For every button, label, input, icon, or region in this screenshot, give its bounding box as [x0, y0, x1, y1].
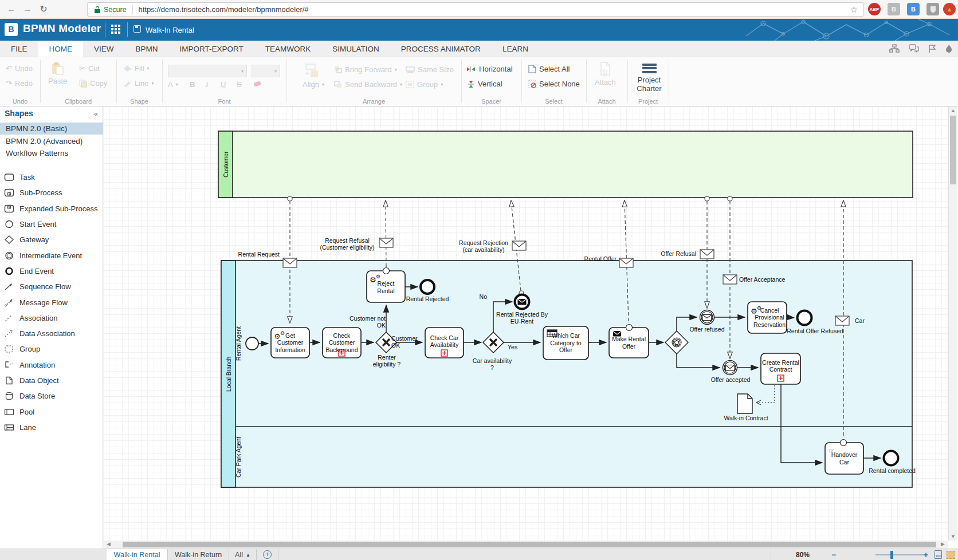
bookmark-star-icon[interactable]: ☆ — [850, 5, 858, 15]
menu-home[interactable]: HOME — [38, 41, 84, 57]
app-grid-icon[interactable] — [111, 25, 121, 34]
shape-item-association[interactable]: Association — [0, 310, 103, 326]
strikethrough-button[interactable]: S — [237, 80, 242, 89]
vertical-scroll-thumb[interactable] — [950, 116, 956, 184]
shape-item-pool[interactable]: Pool — [0, 404, 103, 419]
forward-icon[interactable]: → — [21, 2, 34, 16]
shape-item-expanded-sub-process[interactable]: Expanded Sub-Process — [0, 201, 103, 216]
same-size-button[interactable]: Same Size — [406, 65, 454, 74]
bold-button[interactable]: B — [190, 80, 195, 89]
flag-icon[interactable] — [928, 44, 936, 53]
bring-forward-button[interactable]: Bring Forward▾ — [334, 65, 397, 74]
vertical-spacer-button[interactable]: Vertical — [467, 80, 502, 88]
scroll-left-icon[interactable]: ◀ — [107, 541, 111, 547]
attach-button[interactable]: Attach — [595, 62, 616, 86]
flame-icon[interactable] — [945, 44, 952, 53]
shape-item-sequence-flow[interactable]: Sequence Flow — [0, 279, 103, 294]
extension-b-blue-icon[interactable]: B — [907, 3, 920, 15]
updater-extension-icon[interactable]: ▲ — [943, 3, 956, 15]
data-object-walk-in-contract[interactable] — [737, 394, 752, 413]
menu-simulation[interactable]: SIMULATION — [321, 41, 390, 57]
copy-button[interactable]: Copy — [79, 79, 107, 88]
tab-walk-in-rental[interactable]: Walk-in Rental — [107, 549, 168, 560]
extension-b-gray-icon[interactable]: B — [888, 3, 900, 15]
back-icon[interactable]: ← — [5, 2, 18, 16]
group-button[interactable]: Group▾ — [406, 80, 443, 89]
category-workflow-patterns[interactable]: Workflow Patterns — [0, 147, 103, 159]
zoom-slider-track[interactable] — [875, 554, 927, 555]
shape-item-group[interactable]: Group — [0, 341, 103, 357]
tab-walk-in-return[interactable]: Walk-in Return — [168, 549, 229, 560]
category-bpmn-basic[interactable]: BPMN 2.0 (Basic) — [0, 123, 103, 135]
category-bpmn-advanced[interactable]: BPMN 2.0 (Advanced) — [0, 135, 103, 147]
cut-button[interactable]: ✂Cut — [79, 64, 100, 73]
select-none-button[interactable]: Select None — [528, 80, 580, 88]
comments-icon[interactable] — [909, 44, 919, 53]
font-family-select[interactable]: ▾ — [168, 65, 247, 77]
pool-local-branch[interactable] — [221, 261, 912, 487]
shape-item-data-association[interactable]: Data Association — [0, 326, 103, 341]
eraser-button[interactable] — [253, 80, 262, 87]
line-button[interactable]: Line▾ — [123, 79, 154, 88]
diagram-canvas[interactable]: ⚙⚙ ⚙⚙ ⚙⚙ ☞ Customer Local Branch Rental … — [103, 107, 948, 541]
url-text[interactable]: https://demo.trisotech.com/modeler/bpmnm… — [139, 5, 850, 14]
underline-button[interactable]: U — [221, 80, 226, 89]
vertical-scrollbar[interactable]: ▲ ▼ — [948, 107, 957, 541]
menu-learn[interactable]: LEARN — [492, 41, 539, 57]
pool-customer[interactable] — [218, 131, 913, 198]
scroll-right-icon[interactable]: ▶ — [941, 541, 945, 547]
end-event-rental-completed[interactable] — [884, 451, 898, 466]
horizontal-scroll-thumb[interactable] — [123, 542, 936, 547]
zoom-fit-icon[interactable] — [947, 551, 955, 559]
shape-item-annotation[interactable]: Annotation — [0, 357, 103, 373]
zoom-out-button[interactable]: − — [831, 550, 836, 559]
scroll-down-icon[interactable]: ▼ — [949, 534, 957, 539]
project-charter-button[interactable]: Project Charter — [634, 62, 664, 93]
zoom-in-button[interactable]: + — [924, 550, 928, 559]
zoom-slider-handle[interactable] — [890, 551, 893, 559]
shape-item-data-object[interactable]: Data Object — [0, 373, 103, 388]
shape-item-task[interactable]: Task — [0, 169, 103, 185]
redo-button[interactable]: ↷Redo — [6, 79, 33, 88]
end-event-rental-offer-refused[interactable] — [798, 311, 812, 325]
intermediate-event-offer-refused[interactable] — [700, 310, 714, 325]
message-flow-request-refusal[interactable] — [379, 201, 393, 267]
shape-item-lane[interactable]: Lane — [0, 420, 103, 435]
menu-file[interactable]: FILE — [0, 41, 38, 57]
undo-button[interactable]: ↶Undo — [6, 64, 33, 73]
font-size-select[interactable]: ▾ — [252, 65, 280, 77]
shape-item-end-event[interactable]: End Event — [0, 263, 103, 279]
intermediate-event-offer-accepted[interactable] — [723, 361, 737, 375]
end-event-rental-rejected-by-eu-rent[interactable] — [515, 295, 529, 309]
send-backward-button[interactable]: Send Backward▾ — [334, 80, 402, 89]
zoom-100-icon[interactable]: 100 — [935, 550, 942, 559]
flow-cancel-to-end[interactable] — [787, 317, 794, 318]
fill-button[interactable]: Fill▾ — [123, 64, 150, 73]
shield-extension-icon[interactable] — [926, 3, 939, 15]
start-event[interactable] — [246, 337, 258, 350]
adblock-extension-icon[interactable]: ABP — [868, 3, 881, 15]
collapse-panel-icon[interactable]: « — [94, 109, 98, 118]
select-all-button[interactable]: Select All — [528, 65, 570, 73]
horizontal-spacer-button[interactable]: Horizontal — [467, 65, 513, 73]
add-diagram-button[interactable]: + — [257, 549, 278, 560]
menu-import-export[interactable]: IMPORT-EXPORT — [169, 41, 254, 57]
tab-filter-all[interactable]: All▲ — [229, 549, 257, 560]
shape-item-intermediate-event[interactable]: Intermediate Event — [0, 247, 103, 263]
url-bar[interactable]: Secure https://demo.trisotech.com/modele… — [87, 2, 864, 17]
shape-item-gateway[interactable]: Gateway — [0, 232, 103, 247]
italic-button[interactable]: I — [206, 80, 208, 89]
scroll-up-icon[interactable]: ▲ — [949, 108, 957, 113]
menu-view[interactable]: VIEW — [83, 41, 125, 57]
horizontal-scrollbar[interactable]: ◀ ▶ — [103, 541, 948, 549]
shape-item-data-store[interactable]: Data Store — [0, 388, 103, 404]
menu-bpmn[interactable]: BPMN — [125, 41, 169, 57]
menu-teamwork[interactable]: TEAMWORK — [254, 41, 322, 57]
sitemap-icon[interactable] — [889, 44, 900, 53]
paste-button[interactable]: Paste — [48, 62, 67, 85]
end-event-rental-rejected[interactable] — [421, 280, 434, 294]
shape-item-message-flow[interactable]: Message Flow — [0, 294, 103, 310]
save-icon[interactable] — [134, 25, 141, 33]
menu-process-animator[interactable]: PROCESS ANIMATOR — [390, 41, 492, 57]
reload-icon[interactable]: ↻ — [37, 2, 50, 16]
